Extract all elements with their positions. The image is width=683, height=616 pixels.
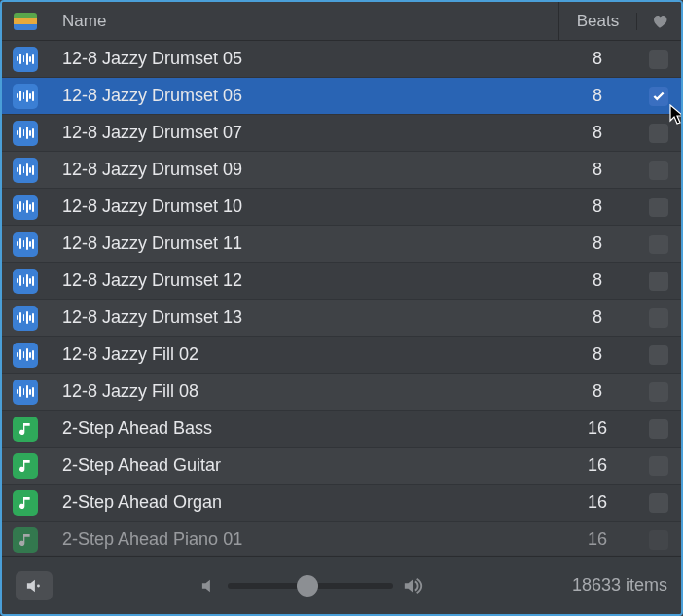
row-beats: 8 bbox=[558, 197, 636, 217]
table-row[interactable]: 12-8 Jazzy Drumset 138 bbox=[2, 300, 681, 337]
favorite-checkbox[interactable] bbox=[649, 87, 668, 106]
favorite-checkbox[interactable] bbox=[649, 124, 668, 143]
table-row[interactable]: 2-Step Ahead Guitar16 bbox=[2, 448, 681, 485]
volume-low-icon bbox=[200, 578, 218, 594]
row-name: 12-8 Jazzy Drumset 09 bbox=[49, 160, 558, 180]
row-name: 2-Step Ahead Piano 01 bbox=[49, 529, 558, 550]
table-row[interactable]: 12-8 Jazzy Drumset 068 bbox=[2, 78, 681, 115]
row-type-cell bbox=[2, 306, 49, 331]
audio-loop-icon bbox=[13, 380, 38, 405]
speaker-icon bbox=[25, 578, 43, 594]
row-type-cell bbox=[2, 121, 49, 146]
items-count: 18633 items bbox=[572, 575, 667, 596]
table-row[interactable]: 2-Step Ahead Bass16 bbox=[2, 411, 681, 448]
row-name: 2-Step Ahead Organ bbox=[49, 492, 558, 513]
svg-point-0 bbox=[37, 584, 40, 587]
volume-control bbox=[53, 577, 572, 595]
favorite-checkbox[interactable] bbox=[649, 419, 668, 439]
row-favorite-cell bbox=[636, 345, 681, 365]
row-type-cell bbox=[2, 417, 49, 442]
volume-high-icon bbox=[403, 577, 424, 595]
preview-button[interactable] bbox=[16, 571, 53, 600]
table-row[interactable]: 2-Step Ahead Organ16 bbox=[2, 485, 681, 522]
waveform-icon bbox=[17, 274, 34, 288]
row-type-cell bbox=[2, 269, 49, 294]
music-note-icon bbox=[18, 421, 33, 437]
favorite-checkbox[interactable] bbox=[649, 308, 668, 328]
favorite-checkbox[interactable] bbox=[649, 530, 668, 550]
row-name: 12-8 Jazzy Fill 02 bbox=[49, 344, 558, 365]
favorite-checkbox[interactable] bbox=[649, 456, 668, 476]
music-note-icon bbox=[18, 458, 33, 474]
audio-loop-icon bbox=[13, 343, 38, 368]
table-row[interactable]: 12-8 Jazzy Drumset 128 bbox=[2, 263, 681, 300]
column-header-favorite[interactable] bbox=[636, 13, 681, 30]
column-header-beats[interactable]: Beats bbox=[558, 2, 636, 41]
row-type-cell bbox=[2, 343, 49, 368]
table-row[interactable]: 2-Step Ahead Piano 0116 bbox=[2, 522, 681, 555]
waveform-icon bbox=[17, 200, 34, 214]
waveform-icon bbox=[17, 127, 34, 140]
midi-loop-icon bbox=[13, 490, 38, 516]
row-type-cell bbox=[2, 84, 49, 109]
music-note-icon bbox=[18, 532, 33, 548]
table-row[interactable]: 12-8 Jazzy Drumset 118 bbox=[2, 226, 681, 263]
row-favorite-cell bbox=[636, 235, 681, 254]
loop-browser-header: Name Beats bbox=[2, 2, 681, 41]
row-name: 12-8 Jazzy Drumset 12 bbox=[49, 271, 558, 291]
row-name: 12-8 Jazzy Drumset 13 bbox=[49, 308, 558, 328]
column-header-name[interactable]: Name bbox=[49, 12, 558, 31]
row-type-cell bbox=[2, 453, 49, 479]
row-favorite-cell bbox=[636, 161, 681, 180]
row-beats: 16 bbox=[558, 529, 636, 550]
favorite-checkbox[interactable] bbox=[649, 198, 668, 217]
row-favorite-cell bbox=[636, 308, 681, 328]
row-type-cell bbox=[2, 380, 49, 405]
row-beats: 8 bbox=[558, 234, 636, 254]
favorite-checkbox[interactable] bbox=[649, 493, 668, 513]
row-name: 2-Step Ahead Bass bbox=[49, 418, 558, 439]
volume-thumb[interactable] bbox=[297, 575, 318, 597]
favorite-checkbox[interactable] bbox=[649, 345, 668, 365]
table-row[interactable]: 12-8 Jazzy Fill 028 bbox=[2, 337, 681, 374]
check-icon bbox=[652, 90, 665, 103]
row-favorite-cell bbox=[636, 87, 681, 106]
midi-loop-icon bbox=[13, 417, 38, 442]
row-favorite-cell bbox=[636, 456, 681, 476]
row-type-cell bbox=[2, 527, 49, 553]
row-name: 2-Step Ahead Guitar bbox=[49, 455, 558, 476]
audio-loop-icon bbox=[13, 306, 38, 331]
favorite-checkbox[interactable] bbox=[649, 161, 668, 180]
loop-list[interactable]: 12-8 Jazzy Drumset 05812-8 Jazzy Drumset… bbox=[2, 41, 681, 555]
table-row[interactable]: 12-8 Jazzy Drumset 098 bbox=[2, 152, 681, 189]
table-row[interactable]: 12-8 Jazzy Drumset 108 bbox=[2, 189, 681, 226]
row-favorite-cell bbox=[636, 419, 681, 439]
heart-icon bbox=[651, 13, 668, 30]
waveform-icon bbox=[17, 90, 34, 103]
music-note-icon bbox=[18, 495, 33, 511]
row-type-cell bbox=[2, 158, 49, 183]
row-name: 12-8 Jazzy Drumset 06 bbox=[49, 86, 558, 106]
row-type-cell bbox=[2, 47, 49, 72]
audio-loop-icon bbox=[13, 269, 38, 294]
loop-browser-footer: 18633 items bbox=[2, 556, 681, 614]
table-row[interactable]: 12-8 Jazzy Fill 088 bbox=[2, 374, 681, 411]
row-favorite-cell bbox=[636, 530, 681, 550]
row-type-cell bbox=[2, 195, 49, 220]
waveform-icon bbox=[17, 311, 34, 325]
row-favorite-cell bbox=[636, 50, 681, 69]
favorite-checkbox[interactable] bbox=[649, 50, 668, 69]
waveform-icon bbox=[17, 348, 34, 362]
row-favorite-cell bbox=[636, 198, 681, 217]
favorite-checkbox[interactable] bbox=[649, 272, 668, 291]
volume-slider[interactable] bbox=[228, 583, 393, 589]
row-beats: 8 bbox=[558, 123, 636, 143]
favorite-checkbox[interactable] bbox=[649, 235, 668, 254]
row-name: 12-8 Jazzy Drumset 10 bbox=[49, 197, 558, 217]
table-row[interactable]: 12-8 Jazzy Drumset 058 bbox=[2, 41, 681, 78]
audio-loop-icon bbox=[13, 47, 38, 72]
column-header-type[interactable] bbox=[2, 13, 49, 30]
favorite-checkbox[interactable] bbox=[649, 382, 668, 402]
table-row[interactable]: 12-8 Jazzy Drumset 078 bbox=[2, 115, 681, 152]
row-beats: 8 bbox=[558, 344, 636, 365]
